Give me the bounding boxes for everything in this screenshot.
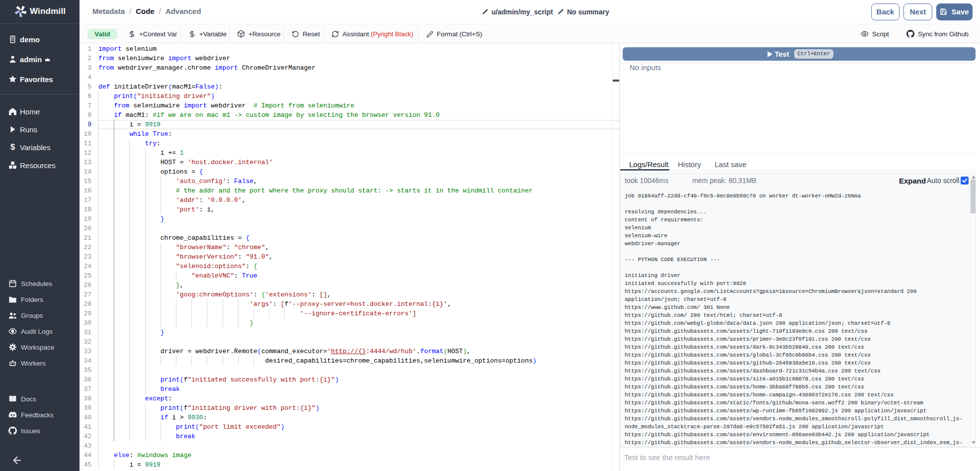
svg-text:$: $ — [10, 143, 15, 152]
